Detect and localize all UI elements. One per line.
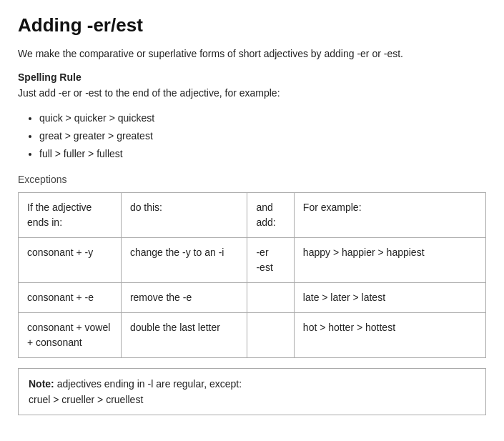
cell-add-2: [247, 282, 294, 312]
exceptions-table: If the adjective ends in: do this: and a…: [18, 192, 486, 358]
example-item: quick > quicker > quickest: [39, 109, 486, 127]
example-item: full > fuller > fullest: [39, 145, 486, 163]
table-row: consonant + -y change the -y to an -i -e…: [19, 237, 486, 282]
example-item: great > greater > greatest: [39, 127, 486, 145]
cell-example-1: happy > happier > happiest: [294, 237, 485, 282]
exceptions-label: Exceptions: [18, 174, 486, 185]
cell-example-3: hot > hotter > hottest: [294, 312, 485, 357]
col-header-adj: If the adjective ends in:: [19, 192, 122, 237]
cell-adj-1: consonant + -y: [19, 237, 122, 282]
note-label: Note:: [29, 378, 54, 390]
col-header-example: For example:: [294, 192, 485, 237]
page-title: Adding -er/est: [18, 14, 486, 36]
spelling-rule-text: Just add -er or -est to the end of the a…: [18, 86, 486, 101]
note-example: cruel > crueller > cruellest: [29, 394, 143, 405]
spelling-rule-header: Spelling Rule: [18, 71, 486, 83]
examples-list: quick > quicker > quickest great > great…: [18, 109, 486, 164]
cell-adj-2: consonant + -e: [19, 282, 122, 312]
cell-do-2: remove the -e: [121, 282, 247, 312]
intro-paragraph: We make the comparative or superlative f…: [18, 46, 486, 61]
cell-do-1: change the -y to an -i: [121, 237, 247, 282]
cell-example-2: late > later > latest: [294, 282, 485, 312]
table-row: consonant + -e remove the -e late > late…: [19, 282, 486, 312]
cell-add-1: -er -est: [247, 237, 294, 282]
note-text: adjectives ending in -l are regular, exc…: [54, 378, 242, 390]
col-header-add: and add:: [247, 192, 294, 237]
col-header-do: do this:: [121, 192, 247, 237]
cell-adj-3: consonant + vowel + consonant: [19, 312, 122, 357]
cell-do-3: double the last letter: [121, 312, 247, 357]
cell-add-3: [247, 312, 294, 357]
table-row: consonant + vowel + consonant double the…: [19, 312, 486, 357]
note-box: Note: adjectives ending in -l are regula…: [18, 368, 486, 416]
table-header-row: If the adjective ends in: do this: and a…: [19, 192, 486, 237]
